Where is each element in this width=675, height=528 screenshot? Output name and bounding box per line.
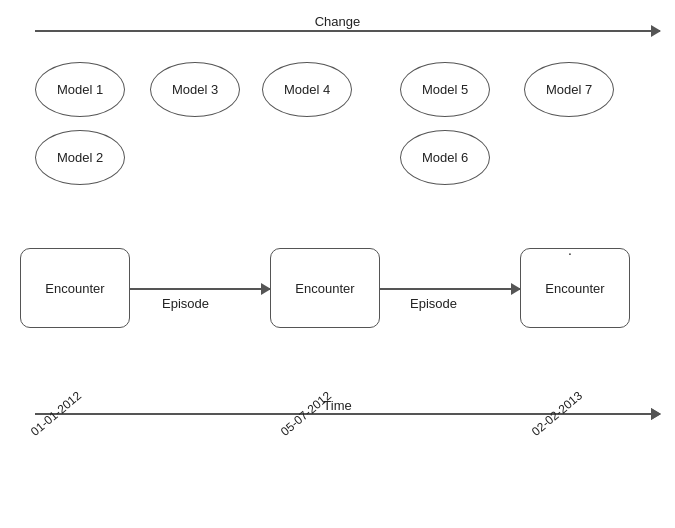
change-label: Change xyxy=(315,14,361,29)
episode2-label: Episode xyxy=(410,296,457,311)
diagram-container: Change Model 1 Model 2 Model 3 Model 4 M… xyxy=(0,0,675,528)
arrow-enc2-enc3 xyxy=(380,288,520,290)
model1-oval: Model 1 xyxy=(35,62,125,117)
encounter3-box: Encounter xyxy=(520,248,630,328)
model5-oval: Model 5 xyxy=(400,62,490,117)
model6-oval: Model 6 xyxy=(400,130,490,185)
model7-oval: Model 7 xyxy=(524,62,614,117)
model2-oval: Model 2 xyxy=(35,130,125,185)
arrow-enc1-enc2 xyxy=(130,288,270,290)
model3-oval: Model 3 xyxy=(150,62,240,117)
episode1-label: Episode xyxy=(162,296,209,311)
encounter2-box: Encounter xyxy=(270,248,380,328)
encounter1-box: Encounter xyxy=(20,248,130,328)
change-arrow xyxy=(35,30,660,32)
dot-label: . xyxy=(568,242,572,258)
model4-oval: Model 4 xyxy=(262,62,352,117)
